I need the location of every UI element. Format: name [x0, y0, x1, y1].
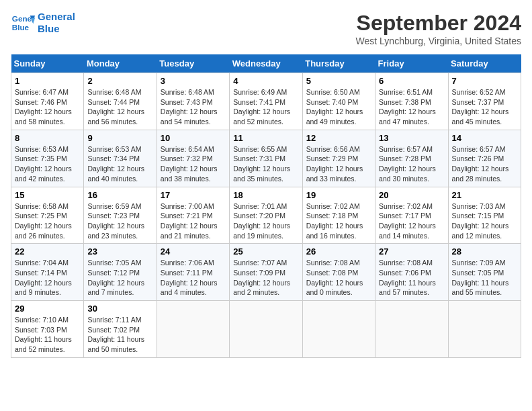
- week-row-2: 8Sunrise: 6:53 AMSunset: 7:35 PMDaylight…: [11, 130, 521, 187]
- month-title: September 2024: [356, 11, 521, 36]
- logo-icon: General Blue: [11, 11, 35, 35]
- day-cell: 29Sunrise: 7:10 AMSunset: 7:03 PMDayligh…: [11, 301, 84, 358]
- day-info: Sunrise: 7:00 AMSunset: 7:21 PMDaylight:…: [161, 201, 226, 241]
- day-number: 17: [161, 190, 226, 200]
- day-cell: 9Sunrise: 6:53 AMSunset: 7:34 PMDaylight…: [84, 130, 157, 187]
- day-cell: 6Sunrise: 6:51 AMSunset: 7:38 PMDaylight…: [375, 73, 448, 130]
- day-info: Sunrise: 6:57 AMSunset: 7:26 PMDaylight:…: [452, 144, 517, 184]
- day-info: Sunrise: 6:58 AMSunset: 7:25 PMDaylight:…: [15, 201, 80, 241]
- day-cell: 7Sunrise: 6:52 AMSunset: 7:37 PMDaylight…: [448, 73, 521, 130]
- day-info: Sunrise: 6:55 AMSunset: 7:31 PMDaylight:…: [233, 144, 298, 184]
- day-info: Sunrise: 7:07 AMSunset: 7:09 PMDaylight:…: [233, 258, 298, 298]
- day-info: Sunrise: 7:04 AMSunset: 7:14 PMDaylight:…: [15, 258, 80, 298]
- day-number: 14: [452, 133, 517, 143]
- svg-text:Blue: Blue: [12, 23, 30, 32]
- weekday-header-thursday: Thursday: [302, 54, 375, 73]
- day-info: Sunrise: 6:57 AMSunset: 7:28 PMDaylight:…: [379, 144, 444, 184]
- day-cell: 19Sunrise: 7:02 AMSunset: 7:18 PMDayligh…: [302, 187, 375, 244]
- day-cell: 24Sunrise: 7:06 AMSunset: 7:11 PMDayligh…: [157, 244, 229, 301]
- day-cell: 30Sunrise: 7:11 AMSunset: 7:02 PMDayligh…: [84, 301, 157, 358]
- day-info: Sunrise: 6:48 AMSunset: 7:43 PMDaylight:…: [161, 87, 226, 127]
- day-number: 24: [161, 246, 226, 257]
- week-row-1: 1Sunrise: 6:47 AMSunset: 7:46 PMDaylight…: [11, 73, 521, 130]
- day-info: Sunrise: 7:01 AMSunset: 7:20 PMDaylight:…: [233, 201, 298, 241]
- day-info: Sunrise: 6:56 AMSunset: 7:29 PMDaylight:…: [306, 144, 371, 184]
- weekday-header-friday: Friday: [375, 54, 448, 73]
- page-header: General Blue GeneralBlue September 2024 …: [11, 11, 521, 46]
- day-cell: 23Sunrise: 7:05 AMSunset: 7:12 PMDayligh…: [84, 244, 157, 301]
- day-cell: 18Sunrise: 7:01 AMSunset: 7:20 PMDayligh…: [230, 187, 302, 244]
- day-number: 19: [306, 190, 371, 200]
- day-number: 7: [452, 76, 517, 86]
- day-info: Sunrise: 7:05 AMSunset: 7:12 PMDaylight:…: [87, 258, 152, 298]
- day-info: Sunrise: 6:52 AMSunset: 7:37 PMDaylight:…: [452, 87, 517, 127]
- week-row-4: 22Sunrise: 7:04 AMSunset: 7:14 PMDayligh…: [11, 244, 521, 301]
- day-number: 10: [161, 133, 226, 143]
- day-info: Sunrise: 6:59 AMSunset: 7:23 PMDaylight:…: [87, 201, 152, 241]
- day-info: Sunrise: 6:50 AMSunset: 7:40 PMDaylight:…: [306, 87, 371, 127]
- day-number: 3: [161, 76, 226, 86]
- day-info: Sunrise: 6:53 AMSunset: 7:34 PMDaylight:…: [87, 144, 152, 184]
- day-number: 30: [87, 304, 152, 314]
- day-number: 12: [306, 133, 371, 143]
- day-number: 28: [452, 246, 517, 257]
- day-cell: 28Sunrise: 7:09 AMSunset: 7:05 PMDayligh…: [448, 244, 521, 301]
- title-block: September 2024 West Lynchburg, Virginia,…: [356, 11, 521, 46]
- weekday-header-monday: Monday: [84, 54, 157, 73]
- day-info: Sunrise: 7:11 AMSunset: 7:02 PMDaylight:…: [87, 315, 152, 355]
- day-info: Sunrise: 7:02 AMSunset: 7:17 PMDaylight:…: [379, 201, 444, 241]
- calendar-table: SundayMondayTuesdayWednesdayThursdayFrid…: [11, 54, 521, 358]
- weekday-header-sunday: Sunday: [11, 54, 84, 73]
- day-number: 29: [15, 304, 80, 314]
- day-cell: [448, 301, 521, 358]
- day-cell: [375, 301, 448, 358]
- day-cell: 2Sunrise: 6:48 AMSunset: 7:44 PMDaylight…: [84, 73, 157, 130]
- day-cell: 22Sunrise: 7:04 AMSunset: 7:14 PMDayligh…: [11, 244, 84, 301]
- week-row-5: 29Sunrise: 7:10 AMSunset: 7:03 PMDayligh…: [11, 301, 521, 358]
- weekday-header-saturday: Saturday: [448, 54, 521, 73]
- day-info: Sunrise: 7:09 AMSunset: 7:05 PMDaylight:…: [452, 258, 517, 298]
- day-cell: 1Sunrise: 6:47 AMSunset: 7:46 PMDaylight…: [11, 73, 84, 130]
- day-number: 9: [87, 133, 152, 143]
- day-cell: 20Sunrise: 7:02 AMSunset: 7:17 PMDayligh…: [375, 187, 448, 244]
- day-cell: 10Sunrise: 6:54 AMSunset: 7:32 PMDayligh…: [157, 130, 229, 187]
- day-number: 20: [379, 190, 444, 200]
- day-info: Sunrise: 7:08 AMSunset: 7:06 PMDaylight:…: [379, 258, 444, 298]
- day-number: 8: [15, 133, 80, 143]
- day-info: Sunrise: 7:03 AMSunset: 7:15 PMDaylight:…: [452, 201, 517, 241]
- logo: General Blue GeneralBlue: [11, 11, 75, 35]
- day-cell: 8Sunrise: 6:53 AMSunset: 7:35 PMDaylight…: [11, 130, 84, 187]
- day-cell: 16Sunrise: 6:59 AMSunset: 7:23 PMDayligh…: [84, 187, 157, 244]
- weekday-header-wednesday: Wednesday: [230, 54, 302, 73]
- day-number: 15: [15, 190, 80, 200]
- day-cell: 26Sunrise: 7:08 AMSunset: 7:08 PMDayligh…: [302, 244, 375, 301]
- day-number: 18: [233, 190, 298, 200]
- day-info: Sunrise: 7:08 AMSunset: 7:08 PMDaylight:…: [306, 258, 371, 298]
- weekday-header-tuesday: Tuesday: [157, 54, 229, 73]
- day-cell: 17Sunrise: 7:00 AMSunset: 7:21 PMDayligh…: [157, 187, 229, 244]
- day-info: Sunrise: 6:48 AMSunset: 7:44 PMDaylight:…: [87, 87, 152, 127]
- day-info: Sunrise: 6:49 AMSunset: 7:41 PMDaylight:…: [233, 87, 298, 127]
- day-cell: [302, 301, 375, 358]
- logo-text: GeneralBlue: [38, 11, 75, 35]
- day-info: Sunrise: 7:10 AMSunset: 7:03 PMDaylight:…: [15, 315, 80, 355]
- day-number: 2: [87, 76, 152, 86]
- day-number: 5: [306, 76, 371, 86]
- day-info: Sunrise: 7:06 AMSunset: 7:11 PMDaylight:…: [161, 258, 226, 298]
- day-cell: [230, 301, 302, 358]
- day-cell: 27Sunrise: 7:08 AMSunset: 7:06 PMDayligh…: [375, 244, 448, 301]
- day-number: 6: [379, 76, 444, 86]
- day-cell: 13Sunrise: 6:57 AMSunset: 7:28 PMDayligh…: [375, 130, 448, 187]
- week-row-3: 15Sunrise: 6:58 AMSunset: 7:25 PMDayligh…: [11, 187, 521, 244]
- day-cell: 14Sunrise: 6:57 AMSunset: 7:26 PMDayligh…: [448, 130, 521, 187]
- day-number: 16: [87, 190, 152, 200]
- day-cell: 3Sunrise: 6:48 AMSunset: 7:43 PMDaylight…: [157, 73, 229, 130]
- day-number: 27: [379, 246, 444, 257]
- location-title: West Lynchburg, Virginia, United States: [356, 36, 521, 46]
- day-info: Sunrise: 7:02 AMSunset: 7:18 PMDaylight:…: [306, 201, 371, 241]
- day-cell: 21Sunrise: 7:03 AMSunset: 7:15 PMDayligh…: [448, 187, 521, 244]
- day-cell: 5Sunrise: 6:50 AMSunset: 7:40 PMDaylight…: [302, 73, 375, 130]
- weekday-header-row: SundayMondayTuesdayWednesdayThursdayFrid…: [11, 54, 521, 73]
- day-info: Sunrise: 6:51 AMSunset: 7:38 PMDaylight:…: [379, 87, 444, 127]
- day-number: 4: [233, 76, 298, 86]
